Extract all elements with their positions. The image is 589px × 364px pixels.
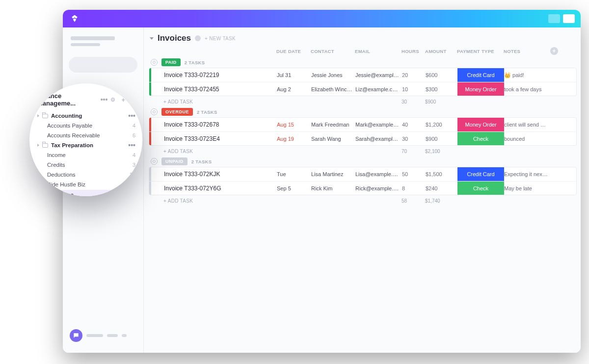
email[interactable]: Liz@example.com — [355, 86, 402, 92]
new-task-button[interactable]: + NEW TASK — [205, 36, 236, 41]
payment-type[interactable]: Money Order — [457, 82, 504, 96]
group-total-hours: 70 — [402, 149, 425, 154]
note[interactable]: took a few days — [504, 86, 551, 92]
table-row[interactable]: Invoice T333-072219Jul 31Jessie JonesJes… — [149, 68, 576, 82]
contact[interactable]: Elizabeth Wincheste — [311, 86, 355, 92]
item-label: Deductions — [47, 172, 76, 178]
due-date[interactable]: Tue — [277, 171, 311, 177]
col-notes: NOTES — [504, 49, 550, 54]
info-icon[interactable] — [195, 35, 201, 41]
note[interactable]: May be late — [504, 185, 551, 191]
due-date[interactable]: Aug 19 — [277, 136, 311, 142]
contact[interactable]: Jessie Jones — [311, 72, 355, 78]
payment-type[interactable]: Credit Card — [457, 68, 504, 82]
payment-type[interactable]: Credit Card — [457, 167, 504, 181]
hours[interactable]: 40 — [402, 122, 426, 128]
status-circle-icon — [151, 158, 158, 165]
item-label: Credits — [47, 162, 65, 168]
item-count: 4 — [133, 123, 135, 129]
window-maximize-button[interactable] — [563, 14, 575, 23]
table-row[interactable]: Invoice T333-072Y6GSep 5Rick KimRick@exa… — [149, 181, 576, 195]
main-content: Invoices + NEW TASK DUE DATE CONTACT EMA… — [144, 27, 581, 353]
status-badge[interactable]: OVERDUE — [161, 108, 193, 116]
payment-type[interactable]: Money Order — [457, 118, 504, 131]
task-name[interactable]: Invoice T333-0723E4 — [164, 135, 277, 142]
contact[interactable]: Sarah Wang — [311, 136, 355, 142]
due-date[interactable]: Aug 2 — [277, 86, 311, 92]
placeholder-line — [71, 36, 115, 40]
hours[interactable]: 50 — [402, 171, 426, 177]
sidebar-list-item[interactable]: Accounts Payable4 — [37, 121, 135, 130]
sidebar-magnifier: Finance Manageme... ••• ⚙ + 🔍 Accounting… — [29, 83, 142, 196]
status-badge[interactable]: PAID — [161, 58, 181, 66]
email[interactable]: Sarah@example.com — [355, 136, 402, 142]
collapse-page-icon[interactable] — [150, 37, 154, 40]
payment-type[interactable]: Check — [457, 182, 504, 195]
hours[interactable]: 20 — [402, 72, 426, 78]
hours[interactable]: 30 — [402, 136, 426, 142]
add-task-button[interactable]: + ADD TASK — [163, 198, 276, 204]
item-count: 3 — [133, 162, 135, 168]
table-row[interactable]: Invoice T333-072455Aug 2Elizabeth Winche… — [149, 82, 576, 96]
note[interactable]: client will send next w — [504, 122, 551, 128]
more-icon[interactable]: ••• — [128, 112, 135, 119]
payment-type[interactable]: Check — [457, 132, 504, 146]
sidebar-list-item[interactable]: Credits3 — [37, 160, 135, 170]
due-date[interactable]: Sep 5 — [277, 185, 311, 191]
status-badge[interactable]: UNPAID — [161, 157, 187, 165]
group-header[interactable]: OVERDUE2 TASKS — [149, 106, 577, 117]
email[interactable]: Mark@example.com — [355, 122, 402, 128]
contact[interactable]: Mark Freedman — [311, 122, 355, 128]
more-icon[interactable]: ••• — [128, 142, 135, 149]
due-date[interactable]: Aug 15 — [277, 122, 311, 128]
sidebar-folder-item[interactable]: Tax Preparation••• — [37, 140, 135, 150]
sidebar-list-item[interactable]: Accounts Receivable6 — [37, 130, 135, 140]
sidebar-folder-item[interactable]: Accounting••• — [37, 111, 135, 121]
amount[interactable]: $600 — [426, 72, 457, 78]
group-header[interactable]: PAID2 TASKS — [149, 57, 577, 68]
sidebar-list-item[interactable]: Income4 — [37, 150, 135, 160]
amount[interactable]: $1,200 — [426, 122, 457, 128]
row-accent — [149, 118, 151, 131]
hours[interactable]: 8 — [402, 185, 426, 191]
task-name[interactable]: Invoice T333-072455 — [164, 86, 277, 93]
table-row[interactable]: Invoice T333-072KJKTueLisa MartinezLisa@… — [149, 167, 576, 181]
col-hours: HOURS — [402, 49, 425, 54]
amount[interactable]: $900 — [426, 136, 457, 142]
add-column-icon[interactable]: + — [550, 47, 558, 55]
contact[interactable]: Rick Kim — [311, 185, 355, 191]
hours[interactable]: 10 — [402, 86, 426, 92]
add-task-button[interactable]: + ADD TASK — [163, 99, 276, 104]
amount[interactable]: $300 — [426, 86, 457, 92]
folder-icon — [42, 143, 48, 148]
search-placeholder[interactable] — [69, 57, 137, 73]
space-title[interactable]: Finance Manageme... — [37, 92, 97, 107]
table-row[interactable]: Invoice T333-0723E4Aug 19Sarah WangSarah… — [149, 131, 576, 145]
more-icon[interactable]: ••• — [101, 96, 108, 103]
task-name[interactable]: Invoice T333-072678 — [164, 121, 277, 128]
note[interactable]: bounced — [504, 136, 551, 142]
folder-icon — [42, 114, 48, 118]
group-total-amount: $1,740 — [425, 198, 457, 204]
row-accent — [149, 132, 151, 146]
gear-icon[interactable]: ⚙ — [110, 97, 115, 103]
sidebar-list-item[interactable]: Deductions10 — [37, 170, 135, 180]
table-row[interactable]: Invoice T333-072678Aug 15Mark FreedmanMa… — [149, 118, 576, 131]
task-name[interactable]: Invoice T333-072219 — [164, 72, 277, 78]
item-count: 4 — [133, 152, 135, 158]
email[interactable]: Lisa@example.com — [355, 171, 402, 177]
note[interactable]: Expecting it next week — [504, 171, 551, 177]
add-task-button[interactable]: + ADD TASK — [163, 149, 276, 154]
task-name[interactable]: Invoice T333-072KJK — [164, 171, 277, 178]
group-header[interactable]: UNPAID2 TASKS — [149, 156, 577, 167]
amount[interactable]: $240 — [426, 185, 457, 191]
due-date[interactable]: Jul 31 — [277, 72, 311, 78]
email[interactable]: Rick@example.com — [355, 185, 402, 191]
note[interactable]: 👑 paid! — [504, 72, 551, 78]
contact[interactable]: Lisa Martinez — [311, 171, 355, 177]
task-name[interactable]: Invoice T333-072Y6G — [164, 185, 277, 192]
chat-icon[interactable] — [70, 329, 82, 342]
window-restore-button[interactable] — [548, 14, 560, 23]
email[interactable]: Jessie@example.com — [355, 72, 402, 78]
amount[interactable]: $1,500 — [426, 171, 457, 177]
